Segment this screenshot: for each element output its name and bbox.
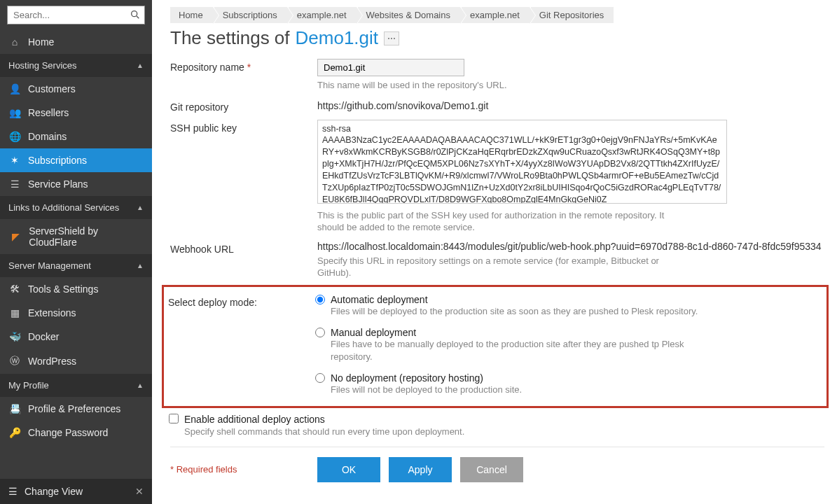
change-view-icon: ☰ [8,486,18,497]
sidebar-item-domains[interactable]: 🌐 Domains [0,125,152,148]
chevron-up-icon: ▲ [137,204,144,211]
tools-icon: 🛠 [8,284,21,295]
divider [170,447,824,447]
ssh-key-textarea[interactable] [317,120,727,204]
wordpress-icon: ⓦ [8,355,21,368]
sidebar-item-servershield[interactable]: ◤ ServerShield by CloudFlare [0,219,152,254]
sidebar-item-service-plans[interactable]: ☰ Service Plans [0,172,152,196]
close-icon[interactable]: ✕ [135,486,144,497]
hint-webhook: Specify this URL in repository settings … [317,255,689,279]
sidebar-item-profile-preferences[interactable]: 📇 Profile & Preferences [0,397,152,421]
sidebar-item-label: Profile & Preferences [28,403,120,414]
radio-automatic[interactable] [315,295,325,304]
search-input[interactable] [7,6,145,24]
deploy-option-none[interactable]: No deployment (repository hosting) [315,372,822,384]
hint-none: Files will not be deployed to the produc… [331,384,702,396]
sidebar-item-label: ServerShield by CloudFlare [29,225,144,248]
sidebar-section-label: My Profile [8,380,49,391]
deploy-option-automatic[interactable]: Automatic deployment [315,294,822,305]
sidebar-item-label: Change Password [28,427,108,438]
additional-deploy-checkbox[interactable] [169,414,179,424]
breadcrumb-item[interactable]: Websites & Domains [358,7,460,23]
sidebar-item-label: Tools & Settings [28,284,98,295]
sidebar-item-tools-settings[interactable]: 🛠 Tools & Settings [0,277,152,301]
key-icon: 🔑 [8,427,21,438]
service-plans-icon: ☰ [8,178,21,190]
radio-none[interactable] [315,373,325,383]
sidebar-item-label: Resellers [28,107,69,118]
ok-button[interactable]: OK [317,457,380,482]
cancel-button[interactable]: Cancel [460,457,523,482]
sidebar: ⌂ Home Hosting Services ▲ 👤 Customers 👥 … [0,0,152,504]
more-actions-button[interactable]: ⋯ [384,31,399,46]
hint-ssh-key: This is the public part of the SSH key u… [317,209,689,234]
change-view-bar[interactable]: ☰ Change View ✕ [0,479,152,504]
breadcrumb-item[interactable]: Subscriptions [214,7,287,23]
sidebar-item-label: Docker [28,331,59,342]
sidebar-section-hosting[interactable]: Hosting Services ▲ [0,54,152,77]
radio-manual[interactable] [315,328,325,337]
page-title-link[interactable]: Demo1.git [296,27,379,49]
sidebar-item-extensions[interactable]: ▦ Extensions [0,301,152,325]
deploy-option-manual[interactable]: Manual deployment [315,327,822,338]
main-content: Home Subscriptions example.net Websites … [152,0,837,504]
sidebar-item-wordpress[interactable]: ⓦ WordPress [0,349,152,374]
svg-point-0 [132,11,137,17]
deploy-mode-highlight: Select deploy mode: Automatic deployment… [162,285,829,408]
label-deploy-mode: Select deploy mode: [168,294,315,399]
search-box [7,6,145,24]
change-view-label: Change View [25,486,83,497]
breadcrumb-item[interactable]: example.net [289,7,357,23]
apply-button[interactable]: Apply [389,457,452,482]
required-fields-note: * Required fields [170,464,317,475]
label-repo-name: Repository name * [170,59,317,92]
extensions-icon: ▦ [8,307,21,318]
label-ssh-key: SSH public key [170,120,317,234]
domains-icon: 🌐 [8,131,21,142]
label-webhook: Webhook URL [170,241,317,279]
home-icon: ⌂ [8,36,21,48]
sidebar-item-subscriptions[interactable]: ✶ Subscriptions [0,148,152,172]
docker-icon: 🐳 [8,331,21,342]
sidebar-section-links[interactable]: Links to Additional Services ▲ [0,196,152,219]
sidebar-section-label: Server Management [8,260,91,271]
page-title-prefix: The settings of [170,27,290,49]
checkbox-label: Enable additional deploy actions [184,414,325,425]
sidebar-section-label: Links to Additional Services [8,202,119,213]
sidebar-section-profile[interactable]: My Profile ▲ [0,374,152,397]
chevron-up-icon: ▲ [137,62,144,69]
sidebar-item-resellers[interactable]: 👥 Resellers [0,101,152,125]
sidebar-item-customers[interactable]: 👤 Customers [0,77,152,101]
hint-automatic: Files will be deployed to the production… [331,305,702,318]
profile-icon: 📇 [8,403,21,414]
sidebar-section-server[interactable]: Server Management ▲ [0,254,152,277]
customers-icon: 👤 [8,83,21,94]
page-title: The settings of Demo1.git ⋯ [170,27,824,49]
enable-additional-deploy[interactable]: Enable additional deploy actions Specify… [169,414,824,437]
sidebar-item-label: Extensions [28,307,76,318]
radio-label: Automatic deployment [331,294,428,305]
cloudflare-icon: ◤ [10,231,22,242]
breadcrumb-item[interactable]: Git Repositories [531,7,614,23]
hint-repo-name: This name will be used in the repository… [317,79,689,92]
search-icon[interactable] [130,9,141,22]
svg-line-1 [137,16,139,18]
chevron-up-icon: ▲ [137,262,144,270]
breadcrumb-item[interactable]: example.net [462,7,530,23]
hint-manual: Files have to be manually deployed to th… [331,338,702,363]
repo-name-input[interactable] [317,59,464,76]
sidebar-item-change-password[interactable]: 🔑 Change Password [0,421,152,444]
sidebar-item-docker[interactable]: 🐳 Docker [0,325,152,349]
sidebar-item-label: WordPress [28,356,76,367]
subscriptions-icon: ✶ [8,155,21,166]
sidebar-item-label: Home [28,36,54,48]
radio-label: Manual deployment [331,327,416,338]
breadcrumb-item[interactable]: Home [170,7,213,23]
chevron-up-icon: ▲ [137,382,144,389]
webhook-url-value: https://localhost.localdomain:8443/modul… [317,241,824,252]
resellers-icon: 👥 [8,107,21,118]
hint-additional-deploy: Specify shell commands that should run e… [184,426,464,437]
git-repository-value: https://github.com/snovikova/Demo1.git [317,99,824,113]
radio-label: No deployment (repository hosting) [331,372,483,384]
sidebar-item-home[interactable]: ⌂ Home [0,30,152,54]
